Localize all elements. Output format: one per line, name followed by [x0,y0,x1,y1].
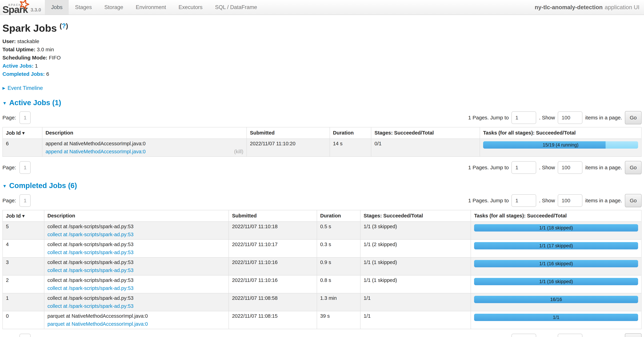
kill-link[interactable]: (kill) [234,149,243,154]
job-description-link[interactable]: parquet at NativeMethodAccessorImpl.java… [48,321,148,327]
items-per-page-input[interactable] [558,194,582,207]
stages-cell: 1/1 (3 skipped) [360,222,471,240]
go-button[interactable]: Go [625,111,642,124]
job-description-link[interactable]: collect at /spark-scripts/spark-ad.py:53 [48,268,134,273]
active-jobs-pagination-top: Page: 1 1 Pages. Jump to . Show items in… [2,111,642,124]
job-id-cell: 5 [2,222,44,240]
tasks-cell: 1/1 (16 skipped) [471,257,642,275]
summary-active-jobs-value: 1 [35,63,38,69]
items-in-page-text: items in a page. [585,165,622,171]
column-header-duration[interactable]: Duration [330,127,371,139]
pagination-right: 1 Pages. Jump to . Show items in a page.… [468,161,642,174]
active-jobs-table-header-row: Job Id ▾ Description Submitted Duration … [2,127,642,139]
nav-tab-jobs[interactable]: Jobs [45,0,69,14]
stages-cell: 0/1 [371,139,480,157]
current-page-button[interactable]: 1 [20,161,30,174]
completed-job-row: 2 collect at /spark-scripts/spark-ad.py:… [2,275,642,293]
tasks-progress-bar: 1/1 (17 skipped) [474,242,638,249]
duration-cell: 1.3 min [317,293,360,311]
expanded-arrow-icon: ▼ [2,184,7,189]
help-link[interactable]: (?) [60,22,68,29]
current-page-button[interactable]: 1 [20,111,30,124]
job-description-text: collect at /spark-scripts/spark-ad.py:53 [48,260,226,265]
job-description-link[interactable]: append at NativeMethodAccessorImpl.java:… [46,149,146,154]
tasks-progress-bar: 1/1 (16 skipped) [474,260,638,267]
progress-label: 1/1 (16 skipped) [474,260,638,267]
job-description-link[interactable]: collect at /spark-scripts/spark-ad.py:53 [48,250,134,255]
nav-tab-environment[interactable]: Environment [130,0,172,14]
job-description-link[interactable]: collect at /spark-scripts/spark-ad.py:53 [48,285,134,291]
completed-jobs-pagination-bottom: Page: 1 1 Pages. Jump to . Show items in… [2,333,642,337]
jump-to-page-input[interactable] [512,161,536,174]
event-timeline-toggle[interactable]: ▶ Event Timeline [2,85,642,91]
tasks-cell: 1/1 (18 skipped) [471,222,642,240]
help-question-mark[interactable]: ? [62,22,66,29]
column-header-submitted[interactable]: Submitted [229,210,317,222]
summary-completed-jobs-link[interactable]: Completed Jobs: [2,71,45,77]
completed-job-row: 4 collect at /spark-scripts/spark-ad.py:… [2,240,642,257]
column-header-description[interactable]: Description [44,210,229,222]
submitted-cell: 2022/11/07 11:10:17 [229,240,317,257]
summary-user: User: stackable [2,38,642,44]
completed-jobs-pagination-top: Page: 1 1 Pages. Jump to . Show items in… [2,194,642,207]
jump-to-page-input[interactable] [512,111,536,124]
column-header-stages[interactable]: Stages: Succeeded/Total [360,210,471,222]
application-ui-label: ny-tlc-anomaly-detection application UI [534,0,644,14]
current-page-button[interactable]: 1 [20,194,30,207]
column-header-description[interactable]: Description [42,127,246,139]
submitted-cell: 2022/11/07 11:10:20 [246,139,330,157]
active-jobs-table-body: 6 append at NativeMethodAccessorImpl.jav… [2,139,642,157]
column-header-stages[interactable]: Stages: Succeeded/Total [371,127,480,139]
jump-to-page-input[interactable] [512,334,536,337]
tasks-progress-bar: 1/1 (18 skipped) [474,224,638,232]
summary-active-jobs-link[interactable]: Active Jobs: [2,63,34,69]
progress-label: 1/1 (17 skipped) [474,242,638,249]
summary-scheduling-mode: Scheduling Mode: FIFO [2,55,642,61]
column-header-tasks[interactable]: Tasks (for all stages): Succeeded/Total [471,210,642,222]
tasks-progress-bar: 16/16 [474,296,638,303]
job-description-link[interactable]: collect at /spark-scripts/spark-ad.py:53 [48,303,134,309]
column-header-job-id[interactable]: Job Id ▾ [2,127,42,139]
pagination-row: Page: 1 1 Pages. Jump to . Show items in… [2,111,642,124]
description-cell: collect at /spark-scripts/spark-ad.py:53… [44,275,229,293]
job-id-cell: 1 [2,293,44,311]
column-header-submitted[interactable]: Submitted [246,127,330,139]
main-content: Spark Jobs (?) User: stackable Total Upt… [0,22,644,337]
nav-tab-executors[interactable]: Executors [172,0,209,14]
nav-tab-sql-dataframe[interactable]: SQL / DataFrame [209,0,263,14]
go-button[interactable]: Go [625,333,642,337]
items-per-page-input[interactable] [558,334,582,337]
column-header-duration[interactable]: Duration [317,210,360,222]
pagination-right: 1 Pages. Jump to . Show items in a page.… [468,333,642,337]
description-cell: collect at /spark-scripts/spark-ad.py:53… [44,222,229,240]
summary-scheduling-label: Scheduling Mode: [2,55,47,60]
go-button[interactable]: Go [625,194,642,207]
jump-to-page-input[interactable] [512,194,536,207]
items-per-page-input[interactable] [558,111,582,124]
completed-jobs-section-title: Completed Jobs (6) [9,181,77,190]
stages-cell: 1/1 (1 skipped) [360,275,471,293]
completed-jobs-section-header[interactable]: ▼ Completed Jobs (6) [2,181,642,190]
nav-tab-storage[interactable]: Storage [98,0,130,14]
stages-cell: 1/1 [360,311,471,329]
stages-cell: 1/1 [360,293,471,311]
column-header-tasks[interactable]: Tasks (for all stages): Succeeded/Total [480,127,642,139]
pagination-left: Page: 1 [2,161,30,174]
column-header-job-id[interactable]: Job Id ▾ [2,210,44,222]
go-button[interactable]: Go [625,161,642,174]
tasks-cell: 1/1 [471,311,642,329]
application-ui-suffix: application UI [605,4,640,10]
nav-tab-stages[interactable]: Stages [69,0,98,14]
job-id-cell: 6 [2,139,42,157]
show-text: . Show [539,165,555,171]
summary-scheduling-value: FIFO [49,55,61,60]
summary-completed-jobs-value: 6 [46,71,49,77]
description-cell: append at NativeMethodAccessorImpl.java:… [42,139,246,157]
submitted-cell: 2022/11/07 11:08:58 [229,293,317,311]
active-jobs-section-header[interactable]: ▼ Active Jobs (1) [2,98,642,107]
collapsed-arrow-icon: ▶ [2,86,5,90]
items-per-page-input[interactable] [558,161,582,174]
current-page-button[interactable]: 1 [20,334,30,337]
tasks-cell: 1/1 (16 skipped) [471,275,642,293]
job-description-link[interactable]: collect at /spark-scripts/spark-ad.py:53 [48,232,134,237]
